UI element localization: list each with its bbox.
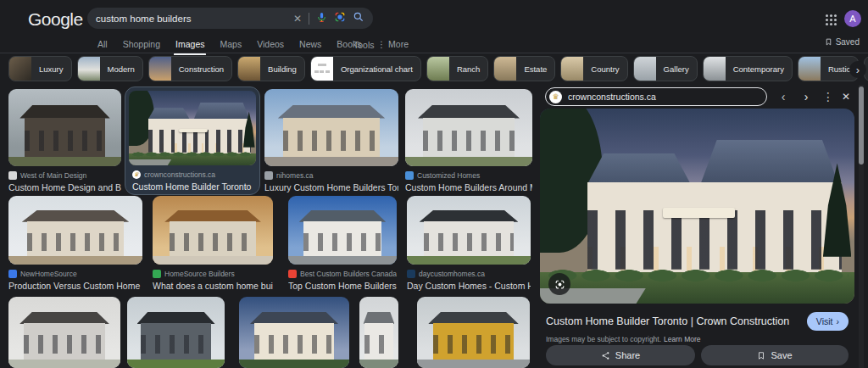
result-thumbnail[interactable] (407, 196, 531, 265)
result-thumbnail-selected[interactable] (129, 91, 256, 165)
tab-videos[interactable]: Videos (257, 39, 284, 49)
image-result[interactable]: nihomes.ca Luxury Custom Home Builders T… (264, 89, 398, 192)
tab-images[interactable]: Images (175, 39, 204, 49)
result-source: Customized Homes (405, 171, 532, 180)
chip-gallery[interactable]: Gallery (633, 56, 698, 81)
next-image-button[interactable]: › (797, 87, 815, 106)
tab-maps[interactable]: Maps (220, 39, 242, 49)
image-result[interactable]: West of Main Design Custom Home Design a… (8, 89, 121, 192)
result-thumbnail[interactable] (153, 196, 273, 265)
more-dots-icon: ⋮ (377, 39, 387, 49)
search-divider (309, 13, 309, 25)
image-result[interactable] (8, 297, 120, 368)
save-button[interactable]: Save (701, 345, 849, 365)
crown-favicon: ♛ (132, 170, 141, 179)
avatar[interactable]: A (844, 10, 861, 27)
result-thumbnail[interactable] (264, 89, 398, 166)
result-thumbnail[interactable] (405, 89, 532, 166)
tab-news[interactable]: News (299, 39, 321, 49)
tools-button[interactable]: Tools (353, 40, 375, 50)
favicon (405, 171, 414, 180)
mic-icon[interactable] (316, 11, 327, 26)
chip-thumbnail (561, 57, 583, 81)
image-result[interactable] (359, 297, 398, 368)
result-title[interactable]: What does a custom home builder ... (153, 281, 273, 291)
filter-chips-row: Luxury Modern Construction Building Orga… (8, 56, 868, 82)
header-divider (0, 53, 868, 53)
chip-contemporary[interactable]: Contemporary (703, 56, 793, 81)
image-result[interactable]: Best Custom Builders Canada Top Custom H… (288, 196, 397, 291)
result-title[interactable]: Production Versus Custom Home Builders .… (8, 281, 142, 291)
chip-thumbnail (798, 57, 821, 81)
favicon (407, 270, 415, 278)
tab-all[interactable]: All (97, 39, 108, 49)
chip-country[interactable]: Country (560, 56, 627, 81)
chip-building[interactable]: Building (237, 56, 305, 81)
tab-shopping[interactable]: Shopping (123, 39, 160, 49)
favicon (8, 270, 17, 278)
result-source: nihomes.ca (264, 171, 398, 180)
image-result[interactable]: daycustomhomes.ca Day Custom Homes - Cus… (407, 196, 531, 291)
chip-estate[interactable]: Estate (493, 56, 555, 81)
image-result[interactable]: HomeSource Builders What does a custom h… (153, 196, 273, 291)
share-button[interactable]: Share (546, 345, 695, 365)
preview-title[interactable]: Custom Home Builder Toronto | Crown Cons… (546, 315, 804, 327)
image-result[interactable] (417, 297, 530, 368)
result-thumbnail[interactable] (8, 196, 142, 265)
result-thumbnail[interactable] (8, 297, 120, 368)
lens-search-button[interactable] (548, 273, 570, 295)
result-title[interactable]: Top Custom Home Builders Montreal ... (288, 281, 397, 291)
result-title[interactable]: Custom Home Design and Build - Otta... (8, 182, 121, 192)
result-thumbnail[interactable] (288, 196, 397, 265)
google-logo[interactable]: Google (28, 9, 83, 30)
chip-thumbnail (311, 57, 333, 81)
search-icon[interactable] (353, 11, 364, 26)
search-bar[interactable]: custom home builders ✕ (87, 8, 373, 29)
search-input[interactable]: custom home builders (96, 14, 287, 24)
result-thumbnail[interactable] (8, 89, 121, 166)
learn-more-link[interactable]: Learn More (664, 335, 700, 343)
share-icon (601, 351, 610, 360)
preview-image[interactable] (540, 109, 854, 304)
clear-search-icon[interactable]: ✕ (293, 13, 302, 25)
image-result[interactable]: NewHomeSource Production Versus Custom H… (8, 196, 142, 291)
chip-ranch[interactable]: Ranch (426, 56, 488, 81)
chip-construction[interactable]: Construction (148, 56, 232, 81)
chips-scroll-right-button[interactable]: › (849, 61, 866, 78)
lens-icon[interactable] (334, 11, 346, 26)
visit-arrow-icon: › (837, 316, 840, 326)
chip-modern[interactable]: Modern (77, 56, 143, 81)
image-result[interactable] (127, 297, 225, 368)
copyright-note: Images may be subject to copyright.Learn… (546, 335, 701, 343)
result-title[interactable]: Custom Home Builders Around Montreal [..… (405, 182, 532, 192)
favicon (8, 171, 17, 180)
lens-icon (554, 279, 565, 290)
result-title[interactable]: Luxury Custom Home Builders Toronto ... (264, 182, 398, 192)
selected-result-card[interactable]: ♛crownconstructions.ca Custom Home Build… (125, 86, 260, 195)
result-thumbnail[interactable] (127, 297, 225, 368)
image-result[interactable]: Customized Homes Custom Home Builders Ar… (405, 89, 532, 192)
previous-image-button[interactable]: ‹ (774, 87, 793, 106)
panel-scrollbar[interactable] (859, 85, 864, 368)
source-site-pill[interactable]: ♛ crownconstructions.ca (545, 87, 767, 106)
chip-luxury[interactable]: Luxury (8, 56, 72, 81)
result-source: ♛crownconstructions.ca (132, 170, 253, 179)
close-panel-icon[interactable]: ✕ (837, 87, 855, 106)
overflow-menu-icon[interactable]: ⋮ (819, 87, 837, 106)
result-title[interactable]: Day Custom Homes - Custom Home Builder..… (407, 281, 531, 291)
visit-button[interactable]: Visit› (807, 312, 849, 331)
house-photo (540, 109, 854, 304)
tab-more[interactable]: ⋮More (377, 39, 409, 49)
result-title[interactable]: Custom Home Builder Toronto | Crown ... (132, 181, 253, 192)
image-result[interactable] (239, 297, 349, 368)
chip-thumbnail (494, 57, 516, 81)
source-url: crownconstructions.ca (568, 92, 656, 102)
apps-grid-icon[interactable] (826, 14, 837, 26)
result-thumbnail[interactable] (239, 297, 349, 368)
bookmark-icon (757, 351, 765, 360)
scrollbar-thumb[interactable] (859, 86, 864, 164)
result-thumbnail[interactable] (359, 297, 398, 368)
saved-collections[interactable]: Saved (825, 37, 860, 47)
result-thumbnail[interactable] (417, 297, 530, 368)
chip-organizational-chart[interactable]: Organizational chart (310, 56, 421, 81)
